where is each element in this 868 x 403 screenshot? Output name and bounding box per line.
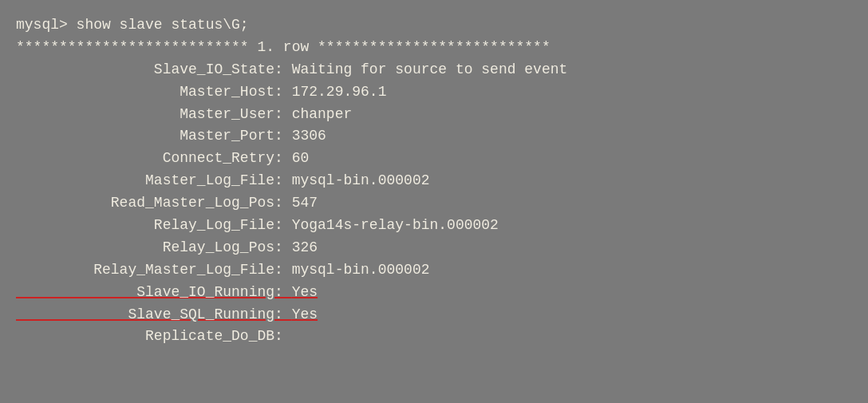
field-name-label: Master_Log_File: xyxy=(16,170,292,192)
row-divider: *************************** 1. row *****… xyxy=(16,37,852,59)
field-row: Slave_SQL_Running: Yes xyxy=(16,304,852,326)
field-row: Master_Log_File: mysql-bin.000002 xyxy=(16,170,852,192)
field-row: Relay_Log_File: Yoga14s-relay-bin.000002 xyxy=(16,215,852,237)
field-row: Read_Master_Log_Pos: 547 xyxy=(16,192,852,215)
field-row: Relay_Master_Log_File: mysql-bin.000002 xyxy=(16,259,852,282)
field-value-text: 60 xyxy=(292,150,310,166)
field-row: Slave_IO_State: Waiting for source to se… xyxy=(16,59,852,81)
field-row: Master_Port: 3306 xyxy=(16,125,852,148)
field-row: Connect_Retry: 60 xyxy=(16,148,852,170)
field-value-text: 172.29.96.1 xyxy=(292,84,387,100)
field-value-text: Yes xyxy=(292,284,318,300)
field-name-label: Replicate_Do_DB: xyxy=(16,326,292,348)
field-name-label: Master_Port: xyxy=(16,125,292,148)
field-value-text: chanper xyxy=(292,106,353,122)
field-name-label: Master_User: xyxy=(16,104,292,126)
field-name-label: Read_Master_Log_Pos: xyxy=(16,192,292,215)
field-value-text: mysql-bin.000002 xyxy=(292,172,430,188)
field-name-label: Master_Host: xyxy=(16,81,292,104)
field-value-text: 326 xyxy=(292,239,318,255)
field-value-text: Waiting for source to send event xyxy=(292,61,568,77)
prompt-line: mysql> show slave status\G; xyxy=(16,14,852,37)
field-name-label: Slave_SQL_Running: xyxy=(16,304,292,326)
terminal-window: mysql> show slave status\G; ************… xyxy=(0,0,868,403)
field-name-label: Slave_IO_State: xyxy=(16,59,292,81)
field-row: Relay_Log_Pos: 326 xyxy=(16,237,852,259)
field-row: Master_Host: 172.29.96.1 xyxy=(16,81,852,104)
field-value-text: Yes xyxy=(292,306,318,322)
field-value-text: 3306 xyxy=(292,128,326,144)
field-name-label: Relay_Log_Pos: xyxy=(16,237,292,259)
field-value-text: 547 xyxy=(292,195,318,211)
field-name-label: Connect_Retry: xyxy=(16,148,292,170)
field-value-text: mysql-bin.000002 xyxy=(292,262,430,278)
field-name-label: Relay_Log_File: xyxy=(16,215,292,237)
field-row: Replicate_Do_DB: xyxy=(16,326,852,348)
field-name-label: Slave_IO_Running: xyxy=(16,282,292,304)
field-row: Master_User: chanper xyxy=(16,104,852,126)
field-name-label: Relay_Master_Log_File: xyxy=(16,259,292,282)
field-row: Slave_IO_Running: Yes xyxy=(16,282,852,304)
field-value-text: Yoga14s-relay-bin.000002 xyxy=(292,217,499,233)
